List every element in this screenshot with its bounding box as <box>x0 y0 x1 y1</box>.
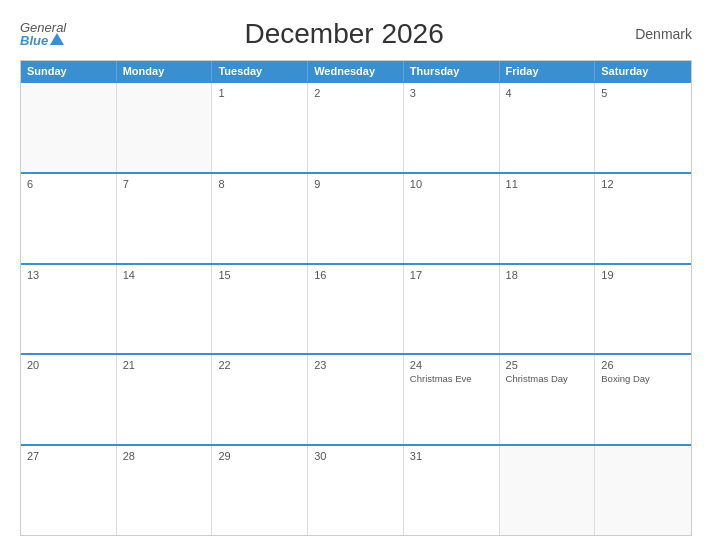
week-row-3: 13141516171819 <box>21 263 691 354</box>
week-row-5: 2728293031 <box>21 444 691 535</box>
logo: General Blue <box>20 21 66 47</box>
weekday-header: Tuesday <box>212 61 308 81</box>
day-number: 20 <box>27 359 110 371</box>
day-number: 22 <box>218 359 301 371</box>
day-number: 16 <box>314 269 397 281</box>
country-label: Denmark <box>622 26 692 42</box>
calendar-cell: 3 <box>404 83 500 172</box>
calendar-cell: 24Christmas Eve <box>404 355 500 444</box>
week-row-4: 2021222324Christmas Eve25Christmas Day26… <box>21 353 691 444</box>
day-number: 29 <box>218 450 301 462</box>
calendar-cell: 28 <box>117 446 213 535</box>
day-number: 31 <box>410 450 493 462</box>
logo-blue-text: Blue <box>20 34 48 47</box>
calendar-cell <box>500 446 596 535</box>
day-number: 18 <box>506 269 589 281</box>
day-number: 26 <box>601 359 685 371</box>
weekday-header: Sunday <box>21 61 117 81</box>
logo-triangle-icon <box>50 33 64 45</box>
day-event: Christmas Day <box>506 373 589 385</box>
calendar-cell <box>117 83 213 172</box>
calendar-cell: 1 <box>212 83 308 172</box>
day-number: 21 <box>123 359 206 371</box>
weekday-header: Thursday <box>404 61 500 81</box>
day-number: 3 <box>410 87 493 99</box>
calendar-cell: 19 <box>595 265 691 354</box>
weekday-header: Friday <box>500 61 596 81</box>
weekday-header: Wednesday <box>308 61 404 81</box>
calendar-cell: 12 <box>595 174 691 263</box>
day-number: 15 <box>218 269 301 281</box>
day-number: 19 <box>601 269 685 281</box>
calendar-cell: 27 <box>21 446 117 535</box>
weekday-header: Saturday <box>595 61 691 81</box>
calendar-cell: 11 <box>500 174 596 263</box>
day-number: 27 <box>27 450 110 462</box>
calendar-cell <box>595 446 691 535</box>
day-number: 9 <box>314 178 397 190</box>
calendar-page: General Blue December 2026 Denmark Sunda… <box>0 0 712 550</box>
day-number: 25 <box>506 359 589 371</box>
calendar-cell: 20 <box>21 355 117 444</box>
day-number: 24 <box>410 359 493 371</box>
calendar-header: SundayMondayTuesdayWednesdayThursdayFrid… <box>21 61 691 81</box>
day-number: 13 <box>27 269 110 281</box>
day-number: 2 <box>314 87 397 99</box>
day-number: 17 <box>410 269 493 281</box>
day-number: 8 <box>218 178 301 190</box>
day-number: 4 <box>506 87 589 99</box>
calendar-cell: 25Christmas Day <box>500 355 596 444</box>
calendar-cell: 17 <box>404 265 500 354</box>
calendar-cell: 14 <box>117 265 213 354</box>
calendar-cell: 16 <box>308 265 404 354</box>
week-row-1: 12345 <box>21 81 691 172</box>
calendar-cell: 8 <box>212 174 308 263</box>
day-number: 12 <box>601 178 685 190</box>
calendar-cell: 13 <box>21 265 117 354</box>
calendar-cell: 29 <box>212 446 308 535</box>
page-title: December 2026 <box>66 18 622 50</box>
calendar-grid: SundayMondayTuesdayWednesdayThursdayFrid… <box>20 60 692 536</box>
calendar-cell: 2 <box>308 83 404 172</box>
calendar-cell: 6 <box>21 174 117 263</box>
calendar-cell: 22 <box>212 355 308 444</box>
day-number: 1 <box>218 87 301 99</box>
calendar-cell: 31 <box>404 446 500 535</box>
day-number: 6 <box>27 178 110 190</box>
day-event: Christmas Eve <box>410 373 493 385</box>
day-number: 14 <box>123 269 206 281</box>
calendar-body: 123456789101112131415161718192021222324C… <box>21 81 691 535</box>
calendar-cell: 7 <box>117 174 213 263</box>
calendar-cell: 15 <box>212 265 308 354</box>
calendar-cell <box>21 83 117 172</box>
calendar-cell: 21 <box>117 355 213 444</box>
day-number: 23 <box>314 359 397 371</box>
day-number: 10 <box>410 178 493 190</box>
weekday-header: Monday <box>117 61 213 81</box>
page-header: General Blue December 2026 Denmark <box>20 18 692 50</box>
day-event: Boxing Day <box>601 373 685 385</box>
day-number: 28 <box>123 450 206 462</box>
calendar-cell: 26Boxing Day <box>595 355 691 444</box>
day-number: 11 <box>506 178 589 190</box>
calendar-cell: 9 <box>308 174 404 263</box>
day-number: 5 <box>601 87 685 99</box>
calendar-cell: 30 <box>308 446 404 535</box>
calendar-cell: 23 <box>308 355 404 444</box>
calendar-cell: 5 <box>595 83 691 172</box>
calendar-cell: 18 <box>500 265 596 354</box>
calendar-cell: 4 <box>500 83 596 172</box>
calendar-cell: 10 <box>404 174 500 263</box>
day-number: 7 <box>123 178 206 190</box>
day-number: 30 <box>314 450 397 462</box>
week-row-2: 6789101112 <box>21 172 691 263</box>
